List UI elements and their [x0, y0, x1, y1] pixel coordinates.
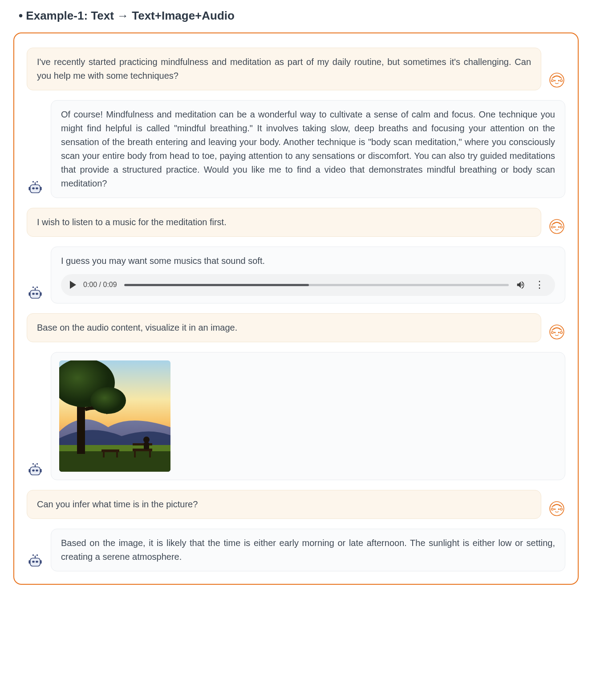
audio-progress-track[interactable]	[124, 284, 509, 286]
bot-avatar-icon	[27, 179, 44, 196]
svg-point-18	[90, 387, 126, 414]
bot-avatar-icon	[27, 461, 44, 478]
message-row-user: I've recently started practicing mindful…	[27, 48, 565, 90]
user-message-bubble: Base on the audio content, visualize it …	[27, 313, 541, 342]
user-avatar-icon	[548, 324, 565, 340]
user-avatar-icon	[548, 218, 565, 235]
user-avatar-icon	[548, 500, 565, 517]
chat-container: I've recently started practicing mindful…	[13, 32, 579, 585]
svg-rect-25	[133, 443, 152, 445]
svg-rect-21	[116, 452, 118, 457]
bot-message-bubble	[51, 352, 565, 480]
svg-rect-20	[103, 452, 105, 457]
message-row-user: I wish to listen to a music for the medi…	[27, 208, 565, 237]
audio-player: 0:00 / 0:09 ⋮	[61, 274, 555, 296]
svg-rect-22	[133, 449, 152, 451]
message-row-user: Can you infer what time is in the pictur…	[27, 490, 565, 519]
user-message-bubble: I've recently started practicing mindful…	[27, 48, 541, 90]
audio-time-label: 0:00 / 0:09	[83, 279, 117, 291]
audio-progress-fill	[124, 284, 309, 286]
svg-rect-24	[149, 451, 151, 457]
user-message-bubble: I wish to listen to a music for the medi…	[27, 208, 541, 237]
svg-rect-19	[101, 449, 119, 452]
bot-message-bubble: Based on the image, it is likely that th…	[51, 529, 565, 571]
bot-message-bubble: I guess you may want some musics that so…	[51, 247, 565, 303]
bot-avatar-icon	[27, 285, 44, 302]
example-title: • Example-1: Text → Text+Image+Audio	[13, 9, 579, 23]
message-row-bot: Based on the image, it is likely that th…	[27, 529, 565, 571]
message-row-bot	[27, 352, 565, 480]
message-row-bot: I guess you may want some musics that so…	[27, 247, 565, 303]
play-icon[interactable]	[70, 281, 76, 289]
volume-icon[interactable]	[516, 280, 526, 290]
svg-rect-27	[144, 442, 149, 449]
user-avatar-icon	[548, 72, 565, 89]
user-message-bubble: Can you infer what time is in the pictur…	[27, 490, 541, 519]
bot-avatar-icon	[27, 553, 44, 570]
svg-point-26	[143, 437, 150, 443]
generated-image	[59, 360, 170, 472]
message-row-bot: Of course! Mindfulness and meditation ca…	[27, 100, 565, 198]
svg-rect-23	[134, 451, 136, 457]
message-row-user: Base on the audio content, visualize it …	[27, 313, 565, 342]
bot-message-text: I guess you may want some musics that so…	[61, 254, 555, 268]
bot-message-bubble: Of course! Mindfulness and meditation ca…	[51, 100, 565, 198]
more-vert-icon[interactable]: ⋮	[533, 280, 546, 290]
